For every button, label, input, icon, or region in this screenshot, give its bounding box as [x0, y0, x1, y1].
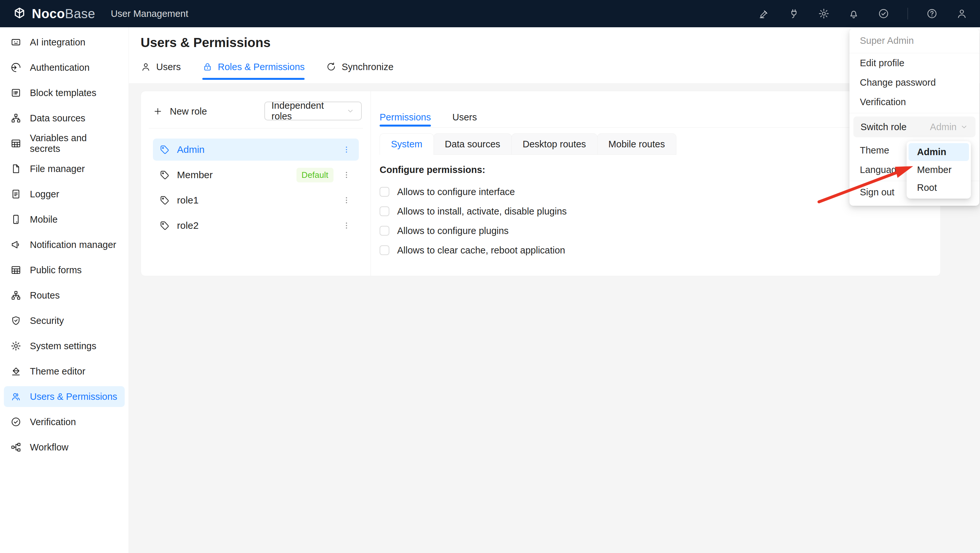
- role-option-admin[interactable]: Admin: [908, 143, 969, 161]
- brand-text: NocoBase: [32, 6, 95, 21]
- sidebar-item-mobile[interactable]: Mobile: [4, 209, 125, 230]
- role-option-root[interactable]: Root: [908, 179, 969, 197]
- robot-icon: [10, 37, 21, 48]
- help-circle-icon[interactable]: [926, 8, 938, 19]
- scope-tab-mobile-routes[interactable]: Mobile routes: [597, 133, 676, 155]
- user-icon[interactable]: [956, 8, 968, 19]
- logo-cube-icon: [12, 6, 27, 21]
- sidebar-item-system-settings[interactable]: System settings: [4, 335, 125, 356]
- checkbox[interactable]: [380, 245, 389, 255]
- top-menu-user-management[interactable]: User Management: [111, 8, 188, 19]
- chevron-down-icon: [346, 107, 355, 115]
- permissions-tab-permissions[interactable]: Permissions: [380, 109, 431, 126]
- sidebar-item-label: Theme editor: [30, 366, 85, 377]
- sidebar-item-label: Logger: [30, 189, 59, 200]
- sidebar-item-label: Notification manager: [30, 240, 116, 250]
- nocobase-logo[interactable]: NocoBase: [12, 6, 95, 21]
- role-name: Member: [177, 169, 213, 180]
- check-circle-icon[interactable]: [878, 8, 889, 19]
- sidebar-item-workflow[interactable]: Workflow: [4, 437, 125, 458]
- sidebar-item-label: Authentication: [30, 62, 90, 73]
- permissions-tab-users[interactable]: Users: [452, 109, 477, 126]
- sidebar-item-users-permissions[interactable]: Users & Permissions: [4, 386, 125, 407]
- role-more-menu-icon[interactable]: [340, 196, 352, 205]
- checkbox-label: Allows to clear cache, reboot applicatio…: [397, 245, 565, 256]
- scope-tab-system[interactable]: System: [380, 133, 434, 155]
- role-more-menu-icon[interactable]: [340, 170, 352, 180]
- mobile-icon: [10, 214, 21, 225]
- checkbox[interactable]: [380, 226, 389, 235]
- role-name: role2: [177, 220, 199, 231]
- tab-label: Roles & Permissions: [218, 62, 305, 72]
- sidebar-item-logger[interactable]: Logger: [4, 184, 125, 205]
- user-menu-items: Edit profileChange passwordVerification: [850, 53, 979, 112]
- brand-bold: Noco: [32, 6, 65, 21]
- verification-menu-item[interactable]: Verification: [850, 92, 979, 112]
- divider: [149, 128, 363, 129]
- tab-roles-permissions[interactable]: Roles & Permissions: [202, 52, 305, 81]
- new-role-button[interactable]: New role: [153, 106, 207, 117]
- sidebar-item-file-manager[interactable]: File manager: [4, 158, 125, 179]
- settings-sidebar: AI integrationAuthenticationBlock templa…: [0, 27, 129, 553]
- sidebar-item-security[interactable]: Security: [4, 310, 125, 331]
- workflow-icon: [10, 442, 21, 453]
- sidebar-item-ai-integration[interactable]: AI integration: [4, 32, 125, 52]
- checkbox-label: Allows to configure interface: [397, 187, 515, 197]
- permission-checkbox-row: Allows to configure plugins: [380, 221, 940, 240]
- change-password-menu-item[interactable]: Change password: [850, 73, 979, 92]
- sidebar-item-theme-editor[interactable]: Theme editor: [4, 361, 125, 381]
- role-more-menu-icon[interactable]: [340, 221, 352, 230]
- login-icon: [10, 62, 21, 73]
- role-item-member[interactable]: MemberDefault: [153, 164, 359, 186]
- header-actions: [758, 8, 968, 19]
- role-option-member[interactable]: Member: [908, 161, 969, 179]
- user-icon: [141, 62, 151, 72]
- role-list: AdminMemberDefaultrole1role2: [153, 138, 359, 240]
- sidebar-item-block-templates[interactable]: Block templates: [4, 83, 125, 103]
- scope-tab-desktop-routes[interactable]: Desktop routes: [511, 133, 598, 155]
- role-item-role2[interactable]: role2: [153, 215, 359, 237]
- sidebar-item-label: System settings: [30, 341, 97, 351]
- checkbox[interactable]: [380, 207, 389, 216]
- plug-icon[interactable]: [788, 8, 800, 19]
- edit-profile-menu-item[interactable]: Edit profile: [850, 53, 979, 73]
- sidebar-item-label: Workflow: [30, 442, 68, 453]
- check-circle-icon: [10, 416, 21, 427]
- users-icon: [10, 391, 21, 402]
- sidebar-item-notification-manager[interactable]: Notification manager: [4, 234, 125, 255]
- scope-tab-data-sources[interactable]: Data sources: [433, 133, 512, 155]
- role-name: Admin: [177, 144, 205, 155]
- sidebar-item-public-forms[interactable]: Public forms: [4, 260, 125, 280]
- tab-users[interactable]: Users: [141, 52, 181, 81]
- sync-icon: [326, 62, 336, 72]
- tag-icon: [159, 145, 170, 155]
- switch-role-item[interactable]: Switch role Admin: [853, 116, 975, 137]
- role-more-menu-icon[interactable]: [340, 145, 352, 154]
- sidebar-item-label: AI integration: [30, 37, 85, 48]
- role-item-admin[interactable]: Admin: [153, 138, 359, 160]
- bell-icon[interactable]: [848, 8, 859, 19]
- sidebar-item-routes[interactable]: Routes: [4, 285, 125, 306]
- sidebar-item-variables-and-secrets[interactable]: Variables and secrets: [4, 133, 125, 154]
- shield-icon: [10, 315, 21, 326]
- highlighter-icon[interactable]: [758, 8, 770, 19]
- switch-role-label: Switch role: [861, 122, 907, 132]
- checkbox[interactable]: [380, 187, 389, 197]
- grid-icon: [10, 264, 21, 275]
- sidebar-item-authentication[interactable]: Authentication: [4, 57, 125, 78]
- sidebar-item-label: Verification: [30, 417, 76, 427]
- sidebar-item-verification[interactable]: Verification: [4, 412, 125, 432]
- tab-synchronize[interactable]: Synchronize: [326, 52, 393, 81]
- role-name: role1: [177, 195, 199, 206]
- blocks-icon: [10, 87, 21, 99]
- role-item-role1[interactable]: role1: [153, 189, 359, 211]
- gear-icon[interactable]: [818, 8, 830, 19]
- sidebar-item-data-sources[interactable]: Data sources: [4, 108, 125, 129]
- sidebar-item-label: Data sources: [30, 113, 85, 124]
- sidebar-item-label: Security: [30, 315, 64, 326]
- sidebar-item-label: Users & Permissions: [30, 391, 117, 402]
- megaphone-icon: [10, 239, 21, 250]
- tag-icon: [159, 170, 170, 180]
- cluster-icon: [10, 113, 21, 124]
- role-type-select[interactable]: Independent roles: [264, 102, 362, 121]
